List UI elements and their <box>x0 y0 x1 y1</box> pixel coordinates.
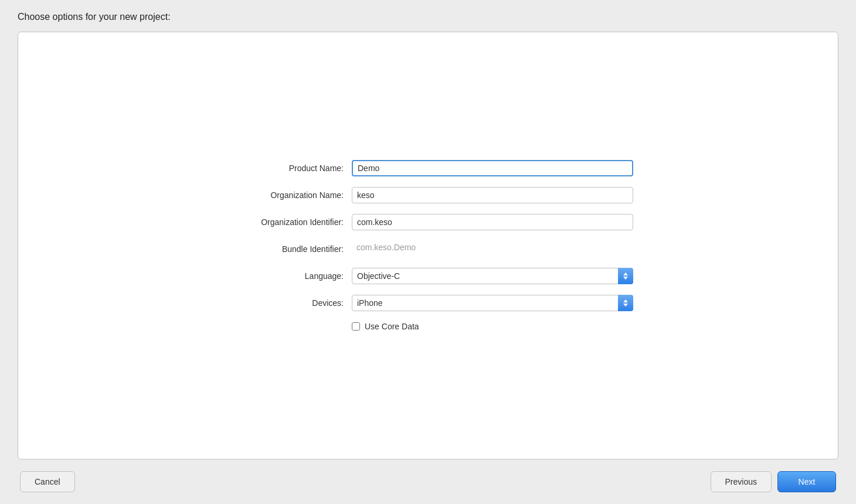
bundle-id-row: Bundle Identifier: com.keso.Demo <box>223 241 633 257</box>
main-panel: Product Name: Organization Name: Organiz… <box>18 32 838 459</box>
org-id-input[interactable] <box>352 214 633 230</box>
core-data-checkbox[interactable] <box>352 322 360 331</box>
org-id-label: Organization Identifier: <box>223 217 352 227</box>
devices-select[interactable]: iPhone iPad Universal <box>352 295 633 311</box>
language-row: Language: Objective-C Swift <box>223 268 633 284</box>
cancel-button[interactable]: Cancel <box>20 471 75 492</box>
org-name-input[interactable] <box>352 187 633 203</box>
org-id-row: Organization Identifier: <box>223 214 633 230</box>
org-name-row: Organization Name: <box>223 187 633 203</box>
previous-button[interactable]: Previous <box>711 471 772 492</box>
product-name-input[interactable] <box>352 160 633 176</box>
devices-select-wrapper: iPhone iPad Universal <box>352 295 633 311</box>
language-select-wrapper: Objective-C Swift <box>352 268 633 284</box>
bottom-bar: Cancel Previous Next <box>18 471 838 492</box>
page-title: Choose options for your new project: <box>18 12 838 22</box>
language-label: Language: <box>223 271 352 281</box>
devices-label: Devices: <box>223 298 352 308</box>
bundle-id-label: Bundle Identifier: <box>223 244 352 254</box>
core-data-row: Use Core Data <box>352 322 633 331</box>
bundle-id-value: com.keso.Demo <box>352 241 633 257</box>
product-name-label: Product Name: <box>223 164 352 173</box>
org-name-label: Organization Name: <box>223 190 352 200</box>
next-button[interactable]: Next <box>777 471 836 492</box>
form-area: Product Name: Organization Name: Organiz… <box>223 160 633 331</box>
language-select[interactable]: Objective-C Swift <box>352 268 633 284</box>
core-data-label: Use Core Data <box>365 322 419 331</box>
product-name-row: Product Name: <box>223 160 633 176</box>
devices-row: Devices: iPhone iPad Universal <box>223 295 633 311</box>
right-buttons: Previous Next <box>711 471 836 492</box>
